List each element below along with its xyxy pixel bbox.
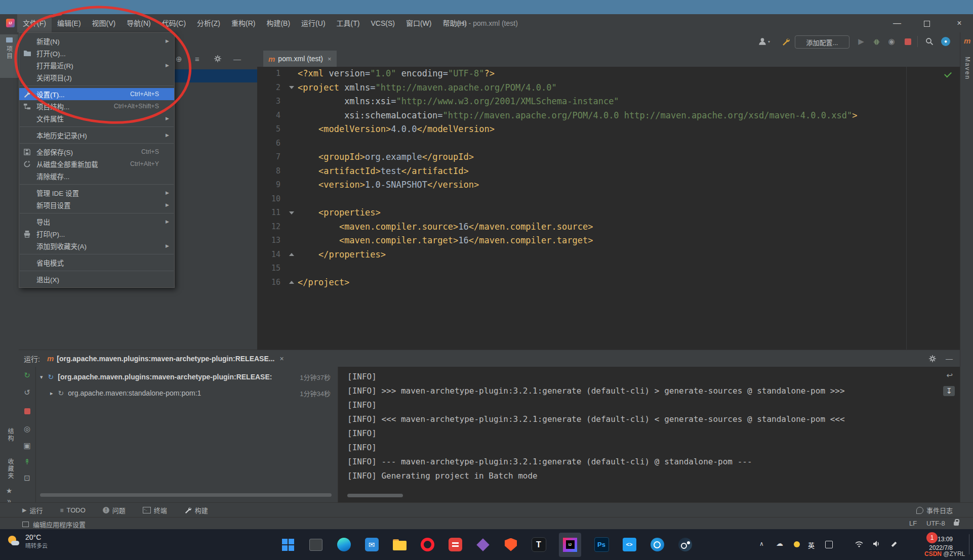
file-menu-item-18[interactable]: 导出▶: [19, 216, 174, 228]
red-app-icon[interactable]: [448, 537, 463, 552]
locate-file-icon[interactable]: ⊕: [176, 55, 182, 64]
code-line-6[interactable]: 6: [257, 137, 960, 151]
close-button[interactable]: ×: [946, 14, 973, 32]
code-line-12[interactable]: 12 <maven.compiler.source>16</maven.comp…: [257, 220, 960, 234]
file-menu-item-20[interactable]: 添加到收藏夹(A)▶: [19, 240, 174, 252]
code-line-11[interactable]: 11 <properties>: [257, 206, 960, 220]
tray-yellow-dot-icon[interactable]: [794, 541, 800, 547]
photoshop-icon[interactable]: Ps: [594, 537, 609, 552]
menubar-item-0[interactable]: 文件(F): [17, 14, 52, 32]
code-line-3[interactable]: 3 xmlns:xsi="http://www.w3.org/2001/XMLS…: [257, 95, 960, 109]
file-menu-item-16[interactable]: 新项目设置▶: [19, 199, 174, 211]
file-menu-item-3[interactable]: 关闭项目(J): [19, 71, 174, 83]
filter-icon[interactable]: ◎: [19, 424, 35, 434]
toolbar-wrench-button[interactable]: [780, 35, 792, 48]
minimize-button[interactable]: —: [885, 14, 909, 32]
tool-stripe-project-button[interactable]: 项目: [0, 34, 18, 78]
tool-stripe-structure-button[interactable]: 结构: [6, 428, 15, 442]
tool-window-button-构建[interactable]: 构建: [184, 505, 208, 515]
shield-app-icon[interactable]: [503, 537, 518, 552]
pen-icon[interactable]: [890, 541, 897, 550]
code-line-10[interactable]: 10: [257, 192, 960, 206]
menubar-item-9[interactable]: 工具(T): [331, 14, 366, 32]
ime-mode-icon[interactable]: [825, 541, 833, 548]
read-only-lock-icon[interactable]: [954, 522, 959, 526]
debug-button[interactable]: [871, 35, 882, 48]
run-settings-gear-icon[interactable]: [928, 355, 937, 363]
start-button[interactable]: [280, 537, 296, 552]
app-icon-dark[interactable]: [308, 537, 323, 552]
typora-icon[interactable]: T: [531, 537, 546, 552]
menubar-item-7[interactable]: 构建(B): [261, 14, 296, 32]
encoding-indicator[interactable]: UTF-8: [926, 520, 945, 527]
code-line-7[interactable]: 7 <groupId>org.example</groupId>: [257, 150, 960, 164]
search-everywhere-button[interactable]: [923, 35, 936, 48]
tool-window-button-终端[interactable]: >_终端: [143, 505, 167, 515]
run-tree-row[interactable]: ▸ ↻ org.apache.maven:standalone-pom:pom:…: [36, 386, 338, 400]
rerun-failed-icon[interactable]: ↺: [19, 388, 35, 397]
file-menu-item-15[interactable]: 管理 IDE 设置▶: [19, 187, 174, 199]
file-menu-item-9[interactable]: 本地历史记录(H)▶: [19, 129, 174, 141]
volume-icon[interactable]: [873, 540, 881, 549]
file-menu-item-11[interactable]: 全部保存(S)Ctrl+S: [19, 146, 174, 158]
run-tab-title[interactable]: [org.apache.maven.plugins:maven-archetyp…: [57, 355, 274, 363]
menubar-item-8[interactable]: 运行(U): [296, 14, 331, 32]
soft-wrap-icon[interactable]: ↩: [946, 371, 953, 380]
tool-window-button-TODO[interactable]: ≡TODO: [60, 506, 85, 514]
run-tree-row[interactable]: ▾ ↻ [org.apache.maven.plugins:maven-arch…: [36, 370, 338, 384]
gc-icon[interactable]: ↟: [19, 457, 35, 466]
scroll-to-end-icon[interactable]: ↧: [943, 386, 955, 396]
code-line-8[interactable]: 8 <artifactId>test</artifactId>: [257, 164, 960, 179]
tray-cloud-icon[interactable]: ☁: [776, 539, 783, 547]
edge-icon[interactable]: [336, 537, 351, 552]
run-tab-close-icon[interactable]: ×: [279, 355, 283, 363]
code-line-9[interactable]: 9 <version>1.0-SNAPSHOT</version>: [257, 178, 960, 192]
fold-marker-icon[interactable]: [286, 81, 298, 95]
code-line-15[interactable]: 15: [257, 262, 960, 276]
maven-icon[interactable]: m: [964, 36, 970, 45]
tool-stripe-maven-button[interactable]: Maven: [964, 57, 971, 80]
chevron-down-icon[interactable]: ▾: [40, 374, 43, 380]
stop-icon[interactable]: [19, 407, 35, 416]
blue-circle-app-icon[interactable]: [650, 537, 665, 552]
fold-marker-icon[interactable]: [286, 276, 298, 290]
mail-icon[interactable]: ✉: [364, 537, 379, 552]
file-menu-item-2[interactable]: 打开最近(R)▶: [19, 59, 174, 71]
code-line-2[interactable]: 2<project xmlns="http://maven.apache.org…: [257, 81, 960, 95]
stop-button[interactable]: [902, 35, 913, 48]
menubar-item-1[interactable]: 编辑(E): [52, 14, 87, 32]
code-line-4[interactable]: 4 xsi:schemaLocation="http://maven.apach…: [257, 109, 960, 123]
file-menu-item-0[interactable]: 新建(N)▶: [19, 35, 174, 47]
vscode-icon[interactable]: <>: [622, 537, 637, 552]
user-account-button[interactable]: ▾: [756, 35, 772, 48]
chevron-right-icon[interactable]: ▸: [50, 390, 53, 397]
file-menu-item-5[interactable]: 设置(T)...Ctrl+Alt+S: [19, 88, 174, 100]
panel-settings-button[interactable]: [214, 55, 222, 64]
rerun-icon[interactable]: ↻: [19, 371, 35, 380]
file-menu-item-19[interactable]: 打印(P)...: [19, 228, 174, 240]
file-menu-item-7[interactable]: 文件属性▶: [19, 112, 174, 124]
collaboration-button[interactable]: ●: [940, 35, 952, 48]
file-menu-item-13[interactable]: 清除缓存...: [19, 170, 174, 182]
code-line-1[interactable]: 1<?xml version="1.0" encoding="UTF-8"?>: [257, 67, 960, 81]
code-line-13[interactable]: 13 <maven.compiler.target>16</maven.comp…: [257, 234, 960, 248]
star-icon[interactable]: ★: [0, 487, 18, 495]
steam-icon[interactable]: [677, 537, 693, 552]
file-menu-item-6[interactable]: 项目结构...Ctrl+Alt+Shift+S: [19, 100, 174, 112]
weather-widget[interactable]: 20°C 晴转多云: [7, 533, 48, 549]
visual-studio-icon[interactable]: [475, 537, 491, 552]
intellij-idea-icon-active[interactable]: IJ: [559, 533, 581, 557]
run-button[interactable]: ▶: [856, 35, 867, 48]
coverage-button[interactable]: ◉: [886, 35, 897, 48]
collapse-all-icon[interactable]: ≡: [195, 55, 199, 63]
menubar-item-6[interactable]: 重构(R): [226, 14, 261, 32]
dump-threads-icon[interactable]: ▣: [19, 441, 35, 450]
hide-panel-icon[interactable]: —: [233, 55, 241, 63]
tab-pom-xml[interactable]: m pom.xml (test) ×: [263, 51, 337, 67]
red-ring-app-icon[interactable]: [420, 537, 435, 552]
tool-window-button-运行[interactable]: ▶运行: [22, 505, 43, 515]
menubar-item-3[interactable]: 导航(N): [121, 14, 156, 32]
wifi-icon[interactable]: [855, 540, 864, 549]
menubar-item-4[interactable]: 代码(C): [156, 14, 191, 32]
hide-run-panel-icon[interactable]: —: [946, 355, 953, 363]
